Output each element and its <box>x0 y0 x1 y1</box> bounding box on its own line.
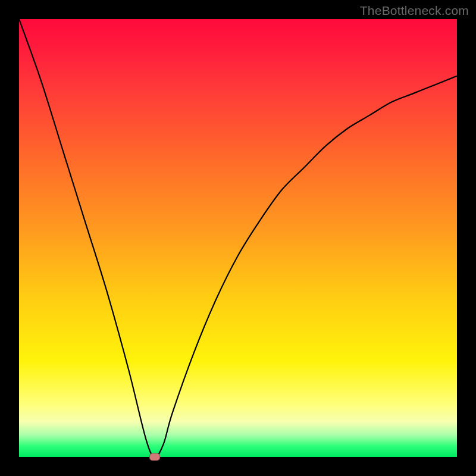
curve-svg <box>19 19 457 457</box>
optimal-point-marker <box>149 453 160 461</box>
watermark-text: TheBottleneck.com <box>360 4 469 18</box>
plot-area <box>19 19 457 457</box>
chart-frame: TheBottleneck.com <box>0 0 476 476</box>
bottleneck-curve <box>19 19 457 457</box>
